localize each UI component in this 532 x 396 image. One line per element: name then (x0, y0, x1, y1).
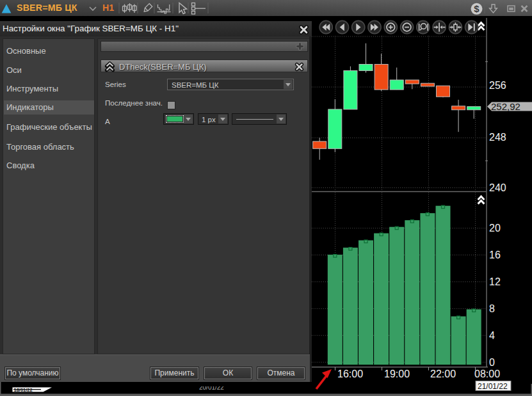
svg-text:8: 8 (489, 303, 495, 314)
svg-text:0: 0 (489, 357, 495, 368)
svg-text:240: 240 (489, 182, 506, 193)
svg-text:$: $ (474, 3, 480, 14)
svg-text:16:00: 16:00 (337, 368, 363, 379)
svg-text:4: 4 (489, 330, 495, 341)
svg-text:19:00: 19:00 (384, 368, 410, 379)
svg-text:256: 256 (489, 80, 506, 91)
svg-text:22:00: 22:00 (430, 368, 456, 379)
svg-text:16: 16 (489, 249, 501, 260)
svg-text:21/01/22: 21/01/22 (478, 382, 508, 391)
svg-text:252,92: 252,92 (491, 101, 520, 112)
svg-text:08:00: 08:00 (474, 368, 500, 379)
svg-text:248: 248 (489, 132, 506, 143)
svg-text:20: 20 (489, 223, 501, 234)
svg-text:12: 12 (489, 276, 501, 287)
